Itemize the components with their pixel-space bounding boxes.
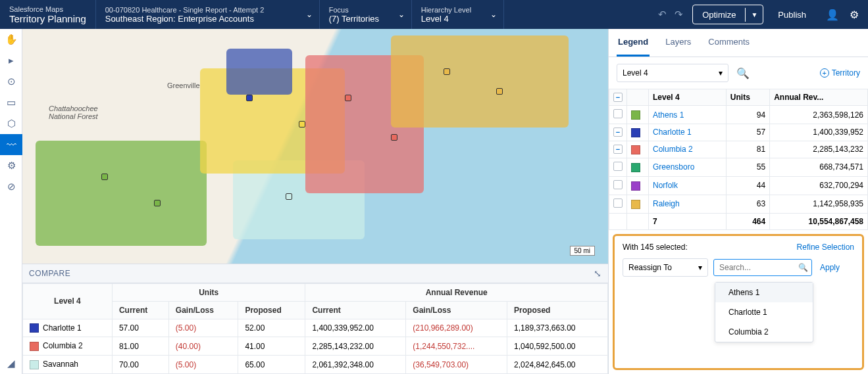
legend-row: Norfolk 44632,700,294 xyxy=(609,176,868,195)
compare-title: COMPARE xyxy=(29,269,70,278)
row-checkbox[interactable] xyxy=(613,162,623,171)
focus-selector[interactable]: Focus (7) Territories ⌄ xyxy=(319,0,411,29)
territory-link[interactable]: Greensboro xyxy=(649,158,727,176)
polygon-tool[interactable]: ⬡ xyxy=(0,113,22,134)
search-icon[interactable]: 🔍 xyxy=(734,64,752,82)
clear-tool[interactable]: ⊘ xyxy=(0,176,22,197)
undo-icon[interactable]: ↶ xyxy=(658,9,667,20)
app-name-small: Salesforce Maps xyxy=(9,5,86,13)
dataset-selector[interactable]: 00-070820 Healthcare - Single Report - A… xyxy=(95,0,319,29)
compare-table: Level 4 Units Annual Revenue Current Gai… xyxy=(22,283,608,374)
map-tool-rail: ✋ ▸ ⊙ ▭ ⬡ 〰 ⚙ ⊘ ◢ xyxy=(0,29,22,374)
lasso-tool[interactable]: 〰 xyxy=(0,134,22,155)
compare-row: Charlotte 1 57.00(5.00)52.00 1,400,339,9… xyxy=(23,319,608,337)
legend-table: Level 4 Units Annual Rev... Athens 1 942… xyxy=(609,89,868,230)
hierarchy-selector[interactable]: Hierarchy Level Level 4 ⌄ xyxy=(411,0,503,29)
color-swatch xyxy=(631,110,640,120)
redo-icon[interactable]: ↷ xyxy=(675,9,683,20)
user-icon[interactable]: 👤 xyxy=(826,9,839,21)
city-label: Greenville xyxy=(167,82,200,89)
right-sidebar: Legend Layers Comments Level 4 ▾ 🔍 + Ter… xyxy=(608,29,868,374)
select-all-checkbox[interactable] xyxy=(613,93,623,102)
plus-icon: + xyxy=(820,68,829,78)
compare-collapse-icon[interactable]: ⤡ xyxy=(594,268,602,279)
territory-link[interactable]: Raleigh xyxy=(649,195,727,213)
color-swatch xyxy=(631,200,640,209)
compare-row: Savannah 70.00(5.00)65.00 2,061,392,348.… xyxy=(23,356,608,374)
legend-row: Greensboro 55668,734,571 xyxy=(609,158,868,176)
app-name-big: Territory Planning xyxy=(9,13,86,24)
chevron-down-icon: ⌄ xyxy=(398,10,405,19)
map-scale: 50 mi xyxy=(570,246,595,256)
add-territory-button[interactable]: + Territory xyxy=(820,68,860,78)
selection-count-label: With 145 selected: xyxy=(623,243,688,252)
rectangle-tool[interactable]: ▭ xyxy=(0,92,22,113)
pan-tool[interactable]: ✋ xyxy=(0,29,22,50)
territory-link[interactable]: Athens 1 xyxy=(649,106,727,124)
chevron-down-icon: ▾ xyxy=(719,68,723,78)
compare-header: COMPARE ⤡ xyxy=(22,264,608,283)
color-swatch xyxy=(631,181,640,191)
row-checkbox[interactable] xyxy=(613,145,623,154)
territory-map[interactable]: Greenville Chattahoochee National Forest… xyxy=(22,29,608,264)
chevron-down-icon: ⌄ xyxy=(490,10,497,19)
apply-button[interactable]: Apply xyxy=(817,259,842,276)
search-option[interactable]: Athens 1 xyxy=(715,283,813,302)
forest-label: Chattahoochee National Forest xyxy=(49,105,98,120)
level-dropdown[interactable]: Level 4 ▾ xyxy=(617,64,728,82)
territory-link[interactable]: Charlotte 1 xyxy=(649,124,727,141)
header-actions: 👤 ⚙ xyxy=(817,0,868,29)
sidebar-tabs: Legend Layers Comments xyxy=(609,29,868,57)
legend-row: Athens 1 942,363,598,126 xyxy=(609,106,868,124)
compare-row: Columbia 2 81.00(40.00)41.00 2,285,143,2… xyxy=(23,337,608,356)
territory-link[interactable]: Norfolk xyxy=(649,176,727,195)
pointer-tool[interactable]: ▸ xyxy=(0,50,22,71)
chevron-down-icon: ⌄ xyxy=(306,10,313,19)
color-swatch xyxy=(631,163,640,172)
tab-legend[interactable]: Legend xyxy=(617,29,650,57)
refine-selection-link[interactable]: Refine Selection xyxy=(797,243,854,252)
header-history: ↶ ↷ xyxy=(503,0,688,29)
app-title-block: Salesforce Maps Territory Planning xyxy=(0,0,95,29)
legend-row: Raleigh 631,142,958,935 xyxy=(609,195,868,213)
circle-tool[interactable]: ⊙ xyxy=(0,71,22,92)
search-option[interactable]: Columbia 2 xyxy=(715,322,813,342)
search-option[interactable]: Charlotte 1 xyxy=(715,302,813,322)
legend-row: Charlotte 1 571,400,339,952 xyxy=(609,124,868,141)
territory-link[interactable]: Columbia 2 xyxy=(649,141,727,158)
chevron-down-icon: ▾ xyxy=(698,263,702,272)
territory-search-results: Athens 1 Charlotte 1 Columbia 2 xyxy=(715,282,813,342)
gear-icon[interactable]: ⚙ xyxy=(850,9,859,21)
tab-layers[interactable]: Layers xyxy=(664,29,692,57)
color-swatch xyxy=(631,145,640,154)
reassign-dropdown[interactable]: Reassign To ▾ xyxy=(623,258,708,277)
color-swatch xyxy=(631,128,640,137)
selection-panel: With 145 selected: Refine Selection Reas… xyxy=(613,234,864,370)
optimize-dropdown-icon[interactable]: ▼ xyxy=(745,8,763,22)
row-checkbox[interactable] xyxy=(613,128,623,137)
row-checkbox[interactable] xyxy=(613,180,623,189)
legend-row: Columbia 2 812,285,143,232 xyxy=(609,141,868,158)
row-checkbox[interactable] xyxy=(613,109,623,118)
layers-tool[interactable]: ◢ xyxy=(0,353,22,374)
publish-button[interactable]: Publish xyxy=(767,7,817,23)
tab-comments[interactable]: Comments xyxy=(707,29,751,57)
settings-tool[interactable]: ⚙ xyxy=(0,155,22,176)
territory-search-input[interactable] xyxy=(713,259,812,276)
app-header: Salesforce Maps Territory Planning 00-07… xyxy=(0,0,868,29)
optimize-button[interactable]: Optimize ▼ xyxy=(692,5,763,24)
row-checkbox[interactable] xyxy=(613,199,623,208)
